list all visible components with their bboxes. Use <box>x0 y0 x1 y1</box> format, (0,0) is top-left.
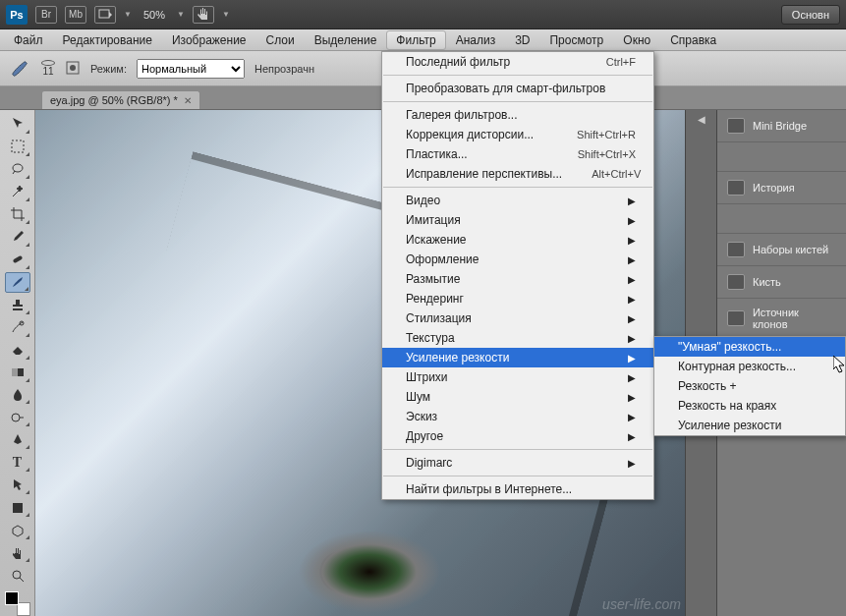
panel-brush[interactable]: Кисть <box>717 266 846 299</box>
menu-3d[interactable]: 3D <box>505 30 539 50</box>
menu-image[interactable]: Изображение <box>162 30 256 50</box>
menu-item[interactable]: Эскиз▶ <box>382 407 653 426</box>
menu-window[interactable]: Окно <box>613 30 660 50</box>
brush-tool[interactable] <box>5 272 30 293</box>
zoom-level[interactable]: 50% <box>140 9 169 21</box>
panel-clone-source[interactable]: Источник клонов <box>717 299 846 339</box>
workspace-button[interactable]: Основн <box>781 5 840 25</box>
dodge-tool[interactable] <box>5 407 30 427</box>
menu-item[interactable]: Последний фильтрCtrl+F <box>382 52 653 72</box>
menu-item[interactable]: Искажение▶ <box>382 230 653 250</box>
hand-tool[interactable] <box>5 542 30 563</box>
submenu-arrow-icon: ▶ <box>628 412 636 422</box>
document-tab[interactable]: eya.jpg @ 50% (RGB/8*) * ✕ <box>41 90 200 109</box>
tools-panel: T <box>0 110 35 616</box>
watermark: user-life.com <box>602 596 681 612</box>
healing-tool[interactable] <box>5 250 30 270</box>
submenu-arrow-icon: ▶ <box>628 458 636 469</box>
svg-point-4 <box>13 164 23 172</box>
pen-tool[interactable] <box>5 429 30 450</box>
submenu-item[interactable]: Усиление резкости <box>654 416 845 435</box>
menu-item[interactable]: Размытие▶ <box>382 269 653 289</box>
menu-item[interactable]: Исправление перспективы...Alt+Ctrl+V <box>382 164 653 184</box>
magic-wand-tool[interactable] <box>5 182 30 202</box>
svg-point-9 <box>12 414 20 421</box>
submenu-item[interactable]: "Умная" резкость... <box>654 337 845 357</box>
submenu-item[interactable]: Контурная резкость... <box>654 357 845 376</box>
menu-item[interactable]: Digimarc▶ <box>382 453 653 473</box>
menu-help[interactable]: Справка <box>660 30 726 50</box>
menu-item[interactable]: Галерея фильтров... <box>382 105 653 125</box>
close-icon[interactable]: ✕ <box>184 95 192 106</box>
hand-icon[interactable] <box>193 6 214 24</box>
crop-tool[interactable] <box>5 204 30 225</box>
svg-rect-0 <box>99 10 109 18</box>
submenu-arrow-icon: ▶ <box>628 353 636 364</box>
menu-select[interactable]: Выделение <box>305 30 387 50</box>
app-bar: Ps Br Mb ▼ 50% ▼ ▼ Основн <box>0 0 846 29</box>
menu-view[interactable]: Просмотр <box>539 30 613 50</box>
opacity-label: Непрозрачн <box>254 63 314 75</box>
submenu-item[interactable]: Резкость + <box>654 376 845 396</box>
menu-item[interactable]: Найти фильтры в Интернете... <box>382 479 653 499</box>
move-tool[interactable] <box>5 114 30 135</box>
menu-item[interactable]: Рендеринг▶ <box>382 289 653 308</box>
menu-item[interactable]: Оформление▶ <box>382 250 653 269</box>
eyedropper-tool[interactable] <box>5 227 30 248</box>
menu-item[interactable]: Текстура▶ <box>382 328 653 348</box>
submenu-arrow-icon: ▶ <box>628 333 636 344</box>
minibridge-icon[interactable]: Mb <box>65 6 86 24</box>
stamp-tool[interactable] <box>5 295 30 315</box>
bridge-icon[interactable]: Br <box>35 6 57 24</box>
eraser-tool[interactable] <box>5 340 30 361</box>
svg-rect-10 <box>13 503 23 513</box>
submenu-item[interactable]: Резкость на краях <box>654 396 845 416</box>
collapse-icon[interactable]: ◀ <box>698 114 705 125</box>
brush-preset-picker[interactable]: 11 <box>41 60 55 77</box>
menu-analysis[interactable]: Анализ <box>446 30 506 50</box>
panel-brush-presets[interactable]: Наборы кистей <box>717 234 846 266</box>
menu-item[interactable]: Видео▶ <box>382 191 653 210</box>
mode-label: Режим: <box>90 63 127 75</box>
3d-tool[interactable] <box>5 520 30 540</box>
brush-tool-icon[interactable] <box>8 57 31 81</box>
brush-icon <box>727 274 745 290</box>
menu-item[interactable]: Шум▶ <box>382 387 653 407</box>
menu-item[interactable]: Коррекция дисторсии...Shift+Ctrl+R <box>382 125 653 144</box>
dropdown-icon[interactable]: ▼ <box>124 10 132 19</box>
sharpen-submenu: "Умная" резкость...Контурная резкость...… <box>653 336 846 436</box>
menu-item[interactable]: Стилизация▶ <box>382 308 653 328</box>
panel-mini-bridge[interactable]: Mini Bridge <box>717 110 846 142</box>
menu-item[interactable]: Другое▶ <box>382 426 653 446</box>
menu-item[interactable]: Штрихи▶ <box>382 367 653 387</box>
document-tab-title: eya.jpg @ 50% (RGB/8*) * <box>50 94 178 106</box>
blend-mode-select[interactable]: Нормальный <box>137 59 245 79</box>
submenu-arrow-icon: ▶ <box>628 372 636 383</box>
clone-source-icon <box>727 310 745 326</box>
dropdown-icon[interactable]: ▼ <box>177 10 185 19</box>
dropdown-icon[interactable]: ▼ <box>222 10 230 19</box>
menu-item[interactable]: Пластика...Shift+Ctrl+X <box>382 144 653 164</box>
menu-filter[interactable]: Фильтр <box>386 30 445 50</box>
menu-layer[interactable]: Слои <box>256 30 305 50</box>
history-brush-tool[interactable] <box>5 317 30 338</box>
path-select-tool[interactable] <box>5 475 30 495</box>
color-swatches[interactable] <box>5 591 30 616</box>
lasso-tool[interactable] <box>5 159 30 180</box>
type-tool[interactable]: T <box>5 452 30 473</box>
menu-item[interactable]: Преобразовать для смарт-фильтров <box>382 79 653 98</box>
blur-tool[interactable] <box>5 385 30 406</box>
menu-edit[interactable]: Редактирование <box>53 30 162 50</box>
gradient-tool[interactable] <box>5 363 30 383</box>
panel-history[interactable]: История <box>717 172 846 204</box>
submenu-arrow-icon: ▶ <box>628 274 636 285</box>
shape-tool[interactable] <box>5 497 30 518</box>
zoom-tool[interactable] <box>5 565 30 586</box>
brush-panel-icon[interactable] <box>65 60 81 78</box>
svg-rect-5 <box>12 255 23 263</box>
menu-file[interactable]: Файл <box>4 30 53 50</box>
menu-item[interactable]: Имитация▶ <box>382 210 653 230</box>
menu-item[interactable]: Усиление резкости▶ <box>382 348 653 367</box>
marquee-tool[interactable] <box>5 137 30 157</box>
view-extras-icon[interactable] <box>94 6 116 24</box>
